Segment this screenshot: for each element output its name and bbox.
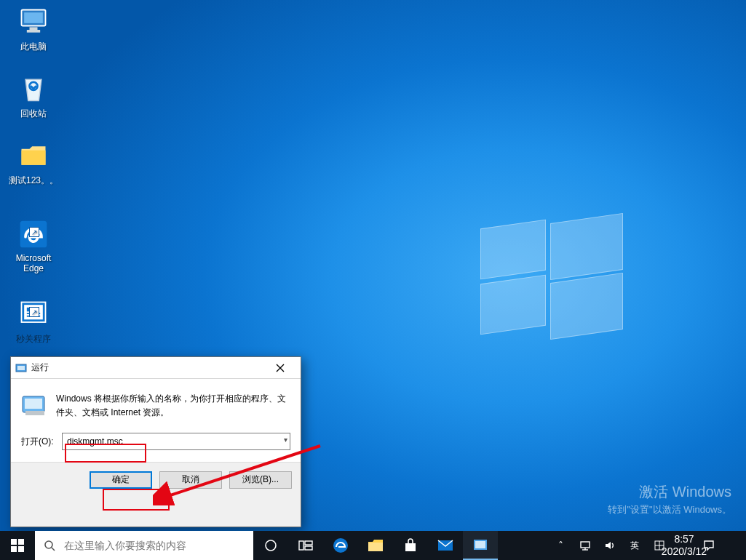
svg-rect-18 <box>11 546 17 552</box>
search-input[interactable] <box>64 531 253 560</box>
taskbar-app-run[interactable] <box>463 531 498 560</box>
volume-icon <box>604 540 616 551</box>
windows-icon <box>11 539 24 552</box>
chevron-up-icon: ˄ <box>558 540 563 551</box>
tray-clock[interactable]: 8:57 2020/3/12 <box>672 533 697 559</box>
tray-volume[interactable] <box>598 540 622 551</box>
edge-icon <box>333 537 349 553</box>
cancel-button[interactable]: 取消 <box>159 471 222 489</box>
browse-button[interactable]: 浏览(B)... <box>229 471 292 489</box>
task-view-icon <box>298 540 313 551</box>
windows-wallpaper-logo <box>480 218 626 364</box>
open-label: 打开(O): <box>21 436 62 448</box>
svg-line-21 <box>52 548 55 551</box>
svg-point-20 <box>45 541 52 548</box>
svg-rect-24 <box>305 541 312 545</box>
activation-watermark: 激活 Windows 转到"设置"以激活 Windows。 <box>608 482 731 516</box>
svg-rect-2 <box>30 27 38 30</box>
desktop-icon-shutdown-prog[interactable]: ↗ 秒关程序 <box>6 298 61 345</box>
desktop-icon-label: 回收站 <box>6 108 61 120</box>
desktop-icon-folder-test[interactable]: 测试123。。 <box>6 140 61 187</box>
svg-rect-23 <box>299 541 303 550</box>
svg-rect-17 <box>18 539 24 545</box>
desktop-icon-label: Microsoft Edge <box>6 253 61 273</box>
tray-ime[interactable]: 英 <box>622 540 647 552</box>
mail-icon <box>437 540 453 551</box>
open-input[interactable] <box>62 433 290 450</box>
close-icon <box>276 364 285 372</box>
svg-rect-19 <box>18 546 24 552</box>
taskbar-search[interactable] <box>35 531 253 560</box>
taskbar-app-explorer[interactable] <box>358 531 393 560</box>
svg-rect-14 <box>25 411 44 415</box>
svg-rect-27 <box>368 543 383 551</box>
tray-overflow[interactable]: ˄ <box>548 540 573 551</box>
svg-rect-1 <box>24 12 43 23</box>
desktop-icon-this-pc[interactable]: 此电脑 <box>6 6 61 53</box>
desktop-icon-recycle-bin[interactable]: 回收站 <box>6 73 61 120</box>
run-icon <box>473 539 488 551</box>
tray-network[interactable] <box>573 540 598 551</box>
network-icon <box>579 540 591 551</box>
svg-rect-30 <box>475 541 485 548</box>
close-button[interactable] <box>264 358 296 378</box>
taskbar: ˄ 英 8:57 2020/3/12 <box>0 531 746 560</box>
desktop-icon-edge[interactable]: ↗ Microsoft Edge <box>6 218 61 273</box>
shortcut-arrow-icon: ↗ <box>29 227 39 237</box>
svg-rect-11 <box>17 366 25 370</box>
svg-rect-13 <box>25 399 42 409</box>
ok-button[interactable]: 确定 <box>90 471 152 489</box>
desktop-icon-label: 此电脑 <box>6 41 61 53</box>
taskbar-app-edge[interactable] <box>323 531 358 560</box>
svg-point-26 <box>333 538 348 553</box>
desktop-icon-label: 秒关程序 <box>6 333 61 345</box>
run-icon <box>15 362 27 374</box>
svg-point-22 <box>266 540 276 551</box>
svg-rect-3 <box>27 30 40 33</box>
folder-icon <box>368 538 384 553</box>
svg-rect-16 <box>11 539 17 545</box>
pc-icon <box>17 6 49 38</box>
run-dialog-description: Windows 将根据你所输入的名称，为你打开相应的程序、文件夹、文档或 Int… <box>56 392 290 420</box>
folder-icon <box>17 140 49 172</box>
run-dialog-title: 运行 <box>31 361 49 374</box>
cortana-button[interactable] <box>253 531 288 560</box>
store-icon <box>403 538 418 553</box>
system-tray: ˄ 英 8:57 2020/3/12 <box>548 531 746 560</box>
recycle-icon <box>17 73 49 105</box>
shortcut-arrow-icon: ↗ <box>29 307 39 317</box>
svg-rect-31 <box>581 542 590 548</box>
start-button[interactable] <box>0 531 35 560</box>
notification-icon <box>703 540 715 551</box>
run-dialog-titlebar[interactable]: 运行 <box>11 357 301 379</box>
tray-action-center[interactable] <box>697 540 721 551</box>
taskbar-app-store[interactable] <box>393 531 428 560</box>
svg-rect-25 <box>305 546 312 550</box>
run-dialog: 运行 Windows 将根据你所输入的名称，为你打开相应的程序、文件夹、文档或 … <box>10 356 301 527</box>
run-app-icon <box>21 392 47 418</box>
desktop-icon-label: 测试123。。 <box>6 175 61 187</box>
taskbar-app-mail[interactable] <box>428 531 463 560</box>
search-icon <box>35 540 64 551</box>
cortana-icon <box>264 539 277 552</box>
task-view-button[interactable] <box>288 531 323 560</box>
